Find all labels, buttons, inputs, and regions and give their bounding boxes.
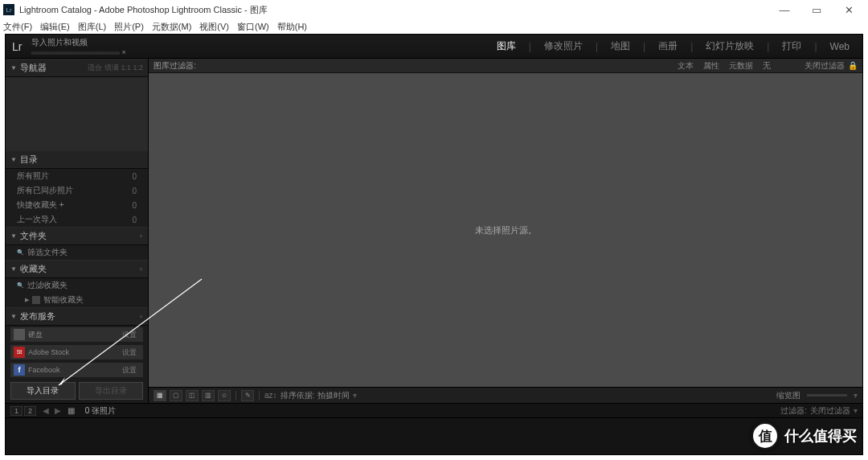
navigator-header[interactable]: ▼ 导航器 适合 填满 1:1 1:2 [6,59,148,77]
folders-add-button[interactable]: + [139,232,143,240]
menu-metadata[interactable]: 元数据(M) [152,21,192,33]
folders-filter-row[interactable]: 🔍筛选文件夹 [6,245,148,260]
filter-metadata[interactable]: 元数据 [724,60,758,72]
filter-attribute[interactable]: 属性 [698,60,724,72]
grid-view-button[interactable]: ▦ [154,390,166,401]
menu-edit[interactable]: 编辑(E) [40,21,70,33]
collections-add-button[interactable]: + [139,265,143,273]
toolbar-dropdown-icon[interactable]: ▾ [854,391,858,400]
thumbnail-label: 缩览图 [776,390,800,401]
painter-button[interactable]: ✎ [241,390,254,401]
triangle-right-icon: ▶ [25,297,29,303]
window-title: Lightroom Catalog - Adobe Photoshop Ligh… [19,4,268,16]
loupe-view-button[interactable]: ▢ [170,390,182,401]
filmstrip: 1 2 ◀ ▶ ▦ 0 张照片 过滤器: 关闭过滤器 ▾ [6,403,862,454]
photo-count: 0 张照片 [85,405,116,417]
collections-title: 收藏夹 [20,263,139,275]
filter-none[interactable]: 无 [758,60,776,72]
publish-setup-button[interactable]: 设置 [119,330,140,340]
adobestock-icon: St [14,347,25,358]
menu-window[interactable]: 窗口(W) [237,21,269,33]
maximize-button[interactable]: ▭ [800,4,833,16]
sort-value[interactable]: 拍摄时间 [317,390,350,401]
left-panel: ▼ 导航器 适合 填满 1:1 1:2 ▼ 目录 所有照片0 所有已同步照片0 … [6,59,149,403]
library-filter-bar: 图库过滤器: 文本 属性 元数据 无 关闭过滤器 🔒 [149,59,862,73]
watermark-icon: 值 [751,421,780,450]
survey-view-button[interactable]: ▥ [202,390,215,401]
watermark-badge: 值 什么值得买 [751,421,857,450]
thumbnail-size-slider[interactable] [807,394,847,396]
search-icon: 🔍 [17,282,24,289]
module-print[interactable]: 打印 [776,39,808,53]
sort-label: 排序依据: [280,390,315,401]
catalog-all-photos[interactable]: 所有照片0 [6,169,148,183]
smart-collections-row[interactable]: ▶智能收藏夹 [6,293,148,307]
publish-adobestock[interactable]: St Adobe Stock 设置 [10,345,143,359]
sort-direction-button[interactable]: az↕ [264,391,277,400]
module-develop[interactable]: 修改照片 [538,39,589,53]
publish-header[interactable]: ▼ 发布服务 + [6,307,148,326]
publish-add-button[interactable]: + [139,313,143,321]
menu-view[interactable]: 视图(V) [199,21,229,33]
catalog-synced-photos[interactable]: 所有已同步照片0 [6,183,148,198]
filter-text[interactable]: 文本 [673,60,698,72]
menubar: 文件(F) 编辑(E) 图库(L) 照片(P) 元数据(M) 视图(V) 窗口(… [0,19,868,34]
folders-header[interactable]: ▼ 文件夹 + [6,227,148,245]
navigator-preview [6,77,148,150]
filter-preset-dropdown[interactable]: 关闭过滤器 [805,60,845,72]
facebook-icon: f [14,364,25,376]
dropdown-icon: ▾ [353,391,357,400]
publish-facebook[interactable]: f Facebook 设置 [10,363,143,377]
dropdown-icon: ▾ [854,406,858,415]
harddrive-icon [14,329,25,340]
menu-help[interactable]: 帮助(H) [277,21,307,33]
nav-back-forward[interactable]: ◀ ▶ [43,406,63,415]
lr-logo: Lr [12,40,22,53]
disclosure-triangle-icon: ▼ [10,64,17,72]
menu-library[interactable]: 图库(L) [78,21,106,33]
module-book[interactable]: 画册 [652,39,684,53]
collections-filter-row[interactable]: 🔍过滤收藏夹 [6,278,148,293]
navigator-zoom-options[interactable]: 适合 填满 1:1 1:2 [88,63,143,73]
publish-setup-button[interactable]: 设置 [119,365,140,376]
disclosure-triangle-icon: ▼ [10,313,17,320]
publish-setup-button[interactable]: 设置 [119,347,140,358]
folder-icon [32,296,40,304]
people-view-button[interactable]: ☺ [218,390,231,401]
filter-label: 图库过滤器: [154,60,196,72]
menu-file[interactable]: 文件(F) [3,21,32,33]
collections-header[interactable]: ▼ 收藏夹 + [6,260,148,278]
catalog-previous-import[interactable]: 上一次导入0 [6,212,148,227]
toolbar: ▦ ▢ ◫ ▥ ☺ ✎ az↕ 排序依据: 拍摄时间 ▾ 缩览图 ▾ [149,387,862,403]
module-slideshow[interactable]: 幻灯片放映 [699,39,760,53]
grid-view-empty: 未选择照片源。 [149,73,862,387]
minimize-button[interactable]: ― [768,4,800,16]
filmstrip-filter-value[interactable]: 关闭过滤器 [810,405,850,417]
search-icon: 🔍 [17,249,24,256]
progress-cancel[interactable]: × [121,48,125,56]
progress-bar [31,51,120,55]
main-window-button[interactable]: 1 [10,406,23,416]
folders-title: 文件夹 [20,230,139,242]
publish-harddrive[interactable]: 硬盘 设置 [10,327,143,342]
second-window-button[interactable]: 2 [24,406,36,416]
disclosure-triangle-icon: ▼ [10,265,17,273]
progress-label: 导入照片和视频 [31,37,125,48]
grid-toggle-button[interactable]: ▦ [68,406,79,416]
catalog-header[interactable]: ▼ 目录 [6,150,148,169]
menu-photo[interactable]: 照片(P) [114,21,144,33]
lock-icon[interactable]: 🔒 [848,61,858,70]
navigator-title: 导航器 [20,62,88,74]
compare-view-button[interactable]: ◫ [186,390,199,401]
module-library[interactable]: 图库 [490,39,522,53]
module-map[interactable]: 地图 [604,39,637,53]
catalog-quick-collection[interactable]: 快捷收藏夹 +0 [6,198,148,212]
app-icon: Lr [3,4,14,15]
module-web[interactable]: Web [824,41,856,52]
watermark-text: 什么值得买 [784,426,857,446]
close-window-button[interactable]: ✕ [833,4,865,16]
export-catalog-button[interactable]: 导出目录 [79,382,144,400]
publish-title: 发布服务 [20,310,139,322]
import-catalog-button[interactable]: 导入目录 [10,382,76,400]
disclosure-triangle-icon: ▼ [10,156,17,163]
